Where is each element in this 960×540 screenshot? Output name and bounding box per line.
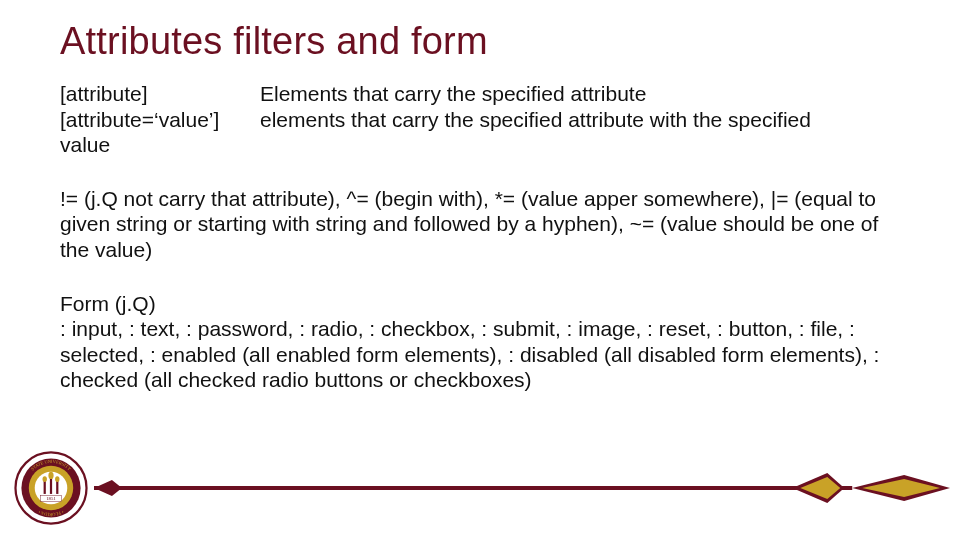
def-desc-attribute: Elements that carry the specified attrib… bbox=[260, 81, 900, 107]
def-row-attribute-value: [attribute=‘value’] elements that carry … bbox=[60, 107, 900, 133]
def-label-attribute: [attribute] bbox=[60, 81, 260, 107]
def-row-attribute: [attribute] Elements that carry the spec… bbox=[60, 81, 900, 107]
slide: Attributes filters and form [attribute] … bbox=[0, 0, 960, 540]
svg-rect-6 bbox=[56, 481, 58, 494]
slide-footer: 1851 STATE UNIVERSITY • FLORIDA • bbox=[0, 448, 960, 528]
svg-point-7 bbox=[42, 476, 46, 482]
svg-rect-5 bbox=[50, 478, 52, 494]
form-heading: Form (j.Q) bbox=[60, 291, 900, 317]
def-label-attribute-value: [attribute=‘value’] bbox=[60, 107, 260, 133]
def-desc-attribute-value: elements that carry the specified attrib… bbox=[260, 107, 900, 133]
spear-divider-icon bbox=[94, 465, 952, 511]
slide-title: Attributes filters and form bbox=[60, 20, 900, 63]
form-selectors-list: : input, : text, : password, : radio, : … bbox=[60, 316, 900, 393]
def-value-continuation: value bbox=[60, 132, 900, 158]
seal-year: 1851 bbox=[46, 496, 56, 501]
svg-point-9 bbox=[55, 476, 59, 482]
svg-point-8 bbox=[48, 472, 53, 479]
operators-paragraph: != (j.Q not carry that attribute), ^= (b… bbox=[60, 186, 900, 263]
svg-rect-4 bbox=[44, 481, 46, 494]
university-seal-icon: 1851 STATE UNIVERSITY • FLORIDA • bbox=[14, 451, 88, 525]
slide-body: [attribute] Elements that carry the spec… bbox=[60, 81, 900, 393]
